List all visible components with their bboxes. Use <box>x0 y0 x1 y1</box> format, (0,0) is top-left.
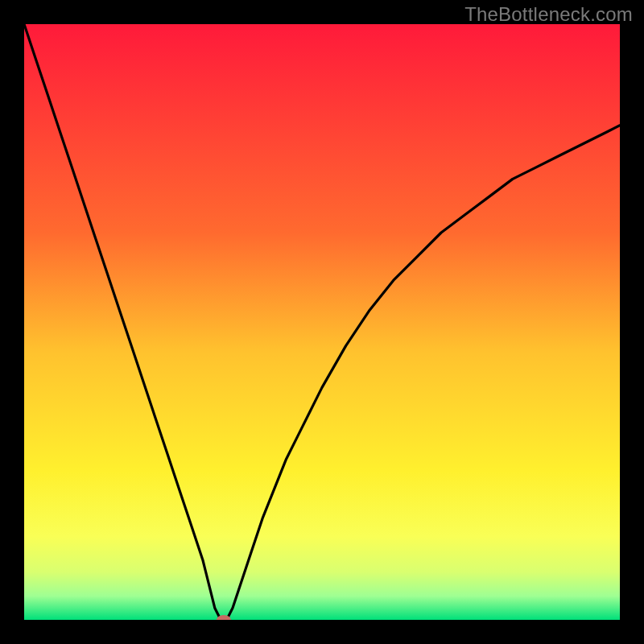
chart-frame: TheBottleneck.com <box>0 0 644 644</box>
gradient-background <box>24 24 620 620</box>
plot-svg <box>24 24 620 620</box>
plot-area <box>24 24 620 620</box>
watermark-text: TheBottleneck.com <box>464 3 633 26</box>
